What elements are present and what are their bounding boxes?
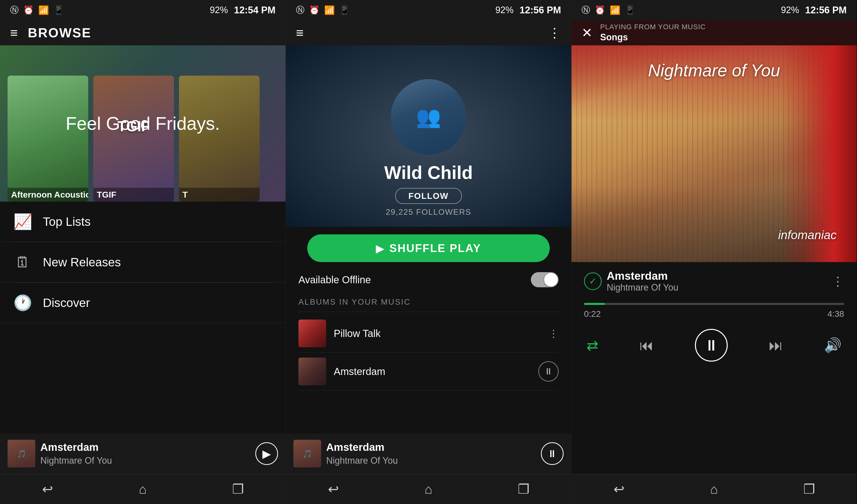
- alarm-icon-2: ⏰: [309, 5, 320, 15]
- home-button-1[interactable]: ⌂: [130, 476, 155, 502]
- track-saved-icon[interactable]: ✓: [584, 272, 602, 290]
- top-nav-browse: ≡ BROWSE: [0, 20, 286, 45]
- offline-toggle[interactable]: [531, 272, 558, 287]
- menu-icon-2[interactable]: ≡: [296, 25, 303, 40]
- home-button-3[interactable]: ⌂: [702, 476, 727, 502]
- artist-avatar: 👥: [391, 79, 466, 155]
- menu-icon[interactable]: ≡: [10, 25, 18, 40]
- shuffle-play-button[interactable]: ▶ SHUFFLE PLAY: [307, 234, 550, 262]
- alarm-icon: ⏰: [23, 5, 34, 15]
- next-button[interactable]: ⏭: [769, 337, 783, 354]
- album-row-2[interactable]: Amsterdam ⏸: [299, 353, 558, 391]
- shuffle-button[interactable]: ⇄: [587, 337, 599, 354]
- nfc-icon-3: Ⓝ: [582, 4, 590, 16]
- toggle-knob: [544, 273, 558, 287]
- np-artist-1: Nightmare Of You: [40, 455, 250, 466]
- panel-browse: Ⓝ ⏰ 📶 📱 92% 12:54 PM ≡ BROWSE Feel Good …: [0, 0, 286, 504]
- bottom-nav-3: ↩ ⌂ ❐: [571, 474, 857, 504]
- progress-bar-background[interactable]: [584, 303, 844, 305]
- follow-button[interactable]: FOLLOW: [395, 188, 461, 204]
- hero-card-1[interactable]: Afternoon Acoustic: [7, 75, 88, 202]
- top-nav-artist: ≡ ⋮: [286, 20, 571, 45]
- pause-button[interactable]: ⏸: [695, 329, 728, 362]
- recents-button-3[interactable]: ❐: [796, 476, 822, 502]
- recents-button-1[interactable]: ❐: [225, 476, 251, 502]
- artist-followers: 29,225 FOLLOWERS: [386, 207, 471, 217]
- battery-label-2: 92%: [495, 5, 514, 15]
- np-play-button-1[interactable]: ▶: [255, 442, 278, 465]
- album-more-icon-1[interactable]: ⋮: [549, 327, 558, 339]
- previous-button[interactable]: ⏮: [639, 337, 654, 354]
- back-button-2[interactable]: ↩: [321, 476, 346, 502]
- status-right-3: 92% 12:56 PM: [781, 5, 847, 16]
- status-bar-1: Ⓝ ⏰ 📶 📱 92% 12:54 PM: [0, 0, 286, 20]
- np-art-inner: 🎵: [7, 440, 35, 468]
- panel-player: Ⓝ ⏰ 📶 📱 92% 12:56 PM ✕ PLAYING FROM YOUR…: [571, 0, 857, 504]
- player-header: ✕ PLAYING FROM YOUR MUSIC Songs: [571, 20, 857, 45]
- hero-title: Feel Good Fridays.: [66, 113, 220, 134]
- home-button-2[interactable]: ⌂: [416, 476, 441, 502]
- signal-icon-2: 📱: [339, 5, 350, 15]
- menu-item-new-releases[interactable]: 🗓 New Releases: [0, 242, 286, 283]
- wifi-icon-2: 📶: [324, 5, 335, 15]
- albums-section: ALBUMS IN YOUR MUSIC Pillow Talk ⋮ Amste…: [286, 290, 571, 393]
- nfc-icon-2: Ⓝ: [296, 4, 304, 16]
- np-title-1: Amsterdam: [40, 441, 250, 453]
- more-options-icon[interactable]: ⋮: [548, 25, 561, 40]
- alarm-icon-3: ⏰: [594, 5, 605, 15]
- album-cover-title: Nightmare of You: [571, 61, 857, 80]
- card-3-label: T: [179, 188, 259, 202]
- np-artist-2: Nightmare Of You: [326, 455, 536, 466]
- album-cover-subtitle: infomaniac: [778, 228, 837, 242]
- np-title-2: Amsterdam: [326, 441, 536, 453]
- artist-name: Wild Child: [384, 162, 473, 183]
- player-progress[interactable]: 0:22 4:38: [571, 300, 857, 324]
- np-pause-button-2[interactable]: ⏸: [541, 442, 564, 465]
- album-cover-library-bg: Nightmare of You infomaniac: [571, 45, 857, 262]
- album-info-2: Amsterdam: [334, 366, 531, 377]
- hero-card-2[interactable]: TGIF TGIF: [93, 75, 174, 202]
- menu-label-new-releases: New Releases: [43, 255, 121, 269]
- player-song-artist: Nightmare Of You: [607, 282, 826, 293]
- progress-current: 0:22: [584, 309, 601, 319]
- offline-row: Available Offline: [286, 270, 571, 290]
- time-label-2: 12:56 PM: [520, 5, 561, 16]
- np-art-inner-2: 🎵: [293, 440, 321, 468]
- shuffle-play-label: SHUFFLE PLAY: [389, 242, 481, 254]
- status-icons-left: Ⓝ ⏰ 📶 📱: [10, 4, 64, 16]
- player-song-info: Amsterdam Nightmare Of You: [607, 270, 826, 293]
- album-row-1[interactable]: Pillow Talk ⋮: [299, 315, 558, 353]
- back-button-3[interactable]: ↩: [606, 476, 632, 502]
- back-button-1[interactable]: ↩: [35, 476, 60, 502]
- album-cover-large: Nightmare of You infomaniac: [571, 45, 857, 262]
- wifi-icon-3: 📶: [610, 5, 620, 15]
- progress-bar-fill: [584, 303, 605, 305]
- menu-item-top-lists[interactable]: 📈 Top Lists: [0, 202, 286, 242]
- now-playing-bar-1[interactable]: 🎵 Amsterdam Nightmare Of You ▶: [0, 434, 286, 474]
- signal-icon: 📱: [53, 5, 64, 15]
- player-header-source: Songs: [600, 32, 847, 43]
- now-playing-bar-2[interactable]: 🎵 Amsterdam Nightmare Of You ⏸: [286, 434, 571, 474]
- hero-card-3[interactable]: T: [179, 75, 259, 202]
- np-album-art-2: 🎵: [293, 440, 321, 468]
- player-header-subtitle: PLAYING FROM YOUR MUSIC: [600, 23, 847, 31]
- recents-button-2[interactable]: ❐: [511, 476, 536, 502]
- player-more-icon[interactable]: ⋮: [831, 274, 844, 288]
- album-title-1: Pillow Talk: [334, 328, 381, 339]
- progress-total: 4:38: [827, 309, 844, 319]
- volume-button[interactable]: 🔊: [824, 337, 842, 354]
- wifi-icon: 📶: [38, 5, 49, 15]
- signal-icon-3: 📱: [625, 5, 636, 15]
- status-icons-left-3: Ⓝ ⏰ 📶 📱: [582, 4, 636, 16]
- np-info-1: Amsterdam Nightmare Of You: [40, 441, 250, 466]
- status-right: 92% 12:54 PM: [210, 5, 275, 16]
- player-controls: ⇄ ⏮ ⏸ ⏭ 🔊: [571, 324, 857, 369]
- album-pause-button[interactable]: ⏸: [538, 362, 558, 382]
- hero-cards: Afternoon Acoustic TGIF TGIF T: [0, 70, 286, 202]
- close-button[interactable]: ✕: [582, 25, 593, 40]
- albums-section-title: ALBUMS IN YOUR MUSIC: [299, 297, 558, 307]
- player-song-title: Amsterdam: [607, 270, 826, 282]
- time-label: 12:54 PM: [234, 5, 275, 16]
- menu-item-discover[interactable]: 🕐 Discover: [0, 283, 286, 323]
- status-bar-3: Ⓝ ⏰ 📶 📱 92% 12:56 PM: [571, 0, 857, 20]
